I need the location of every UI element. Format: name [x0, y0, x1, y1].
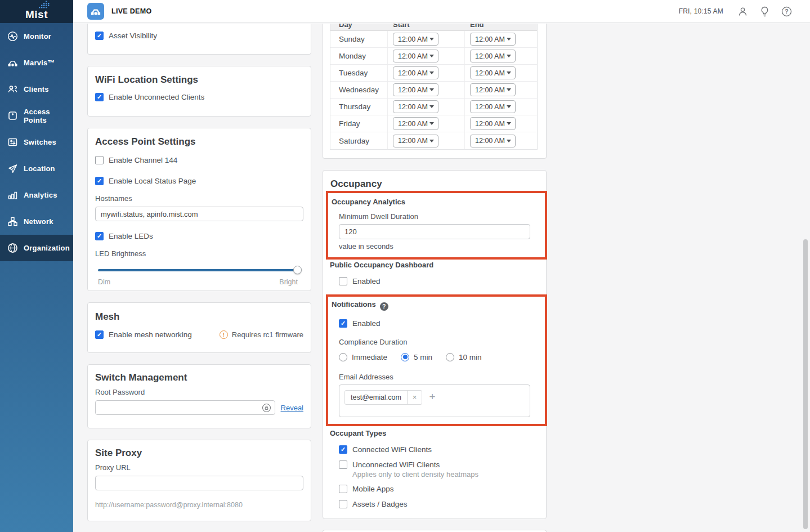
analytics-icon: [7, 190, 18, 200]
sidebar-item-clients[interactable]: Clients: [0, 76, 73, 102]
table-row-tuesday: Tuesday 12:00 AM 12:00 AM: [330, 65, 537, 82]
occupant-types-heading: Occupant Types: [330, 429, 546, 438]
radio-immediate[interactable]: Immediate: [339, 353, 387, 361]
email-addresses-box[interactable]: test@emial.com × +: [339, 385, 530, 417]
monitor-icon: [7, 31, 18, 42]
scrollbar[interactable]: [803, 239, 808, 529]
mobile-apps-checkbox[interactable]: [339, 485, 347, 493]
table-row-saturday: Saturday 12:00 AM 12:00 AM: [330, 132, 537, 149]
slider-handle[interactable]: [293, 266, 302, 274]
reveal-link[interactable]: Reveal: [281, 404, 303, 412]
notifications-enabled-checkbox[interactable]: [339, 319, 347, 328]
hostnames-input[interactable]: [95, 207, 303, 221]
email-chip: test@emial.com ×: [344, 390, 422, 405]
chevron-down-icon: [507, 105, 511, 108]
proxy-url-input[interactable]: [95, 476, 303, 490]
unconnected-wifi-checkbox[interactable]: [339, 461, 347, 469]
sidebar-item-location[interactable]: Location: [0, 155, 73, 182]
start-time-select[interactable]: 12:00 AM: [393, 83, 438, 96]
local-status-checkbox[interactable]: [95, 177, 104, 185]
connected-wifi-checkbox[interactable]: [339, 445, 347, 454]
occupant-type-mobile-row[interactable]: Mobile Apps: [339, 485, 546, 493]
lightbulb-icon[interactable]: [760, 6, 769, 17]
day-label: Wednesday: [330, 82, 388, 98]
occupant-type-unconnected-row[interactable]: Unconnected WiFi Clients: [339, 461, 546, 469]
unconnected-clients-checkbox-row[interactable]: Enable Unconnected Clients: [95, 93, 303, 101]
switch-mgmt-title: Switch Management: [95, 372, 303, 383]
remove-email-icon[interactable]: ×: [408, 393, 422, 401]
generate-password-icon[interactable]: [262, 403, 271, 415]
end-time-select[interactable]: 12:00 AM: [470, 50, 516, 62]
org-name[interactable]: LIVE DEMO: [111, 7, 151, 15]
start-time-select[interactable]: 12:00 AM: [393, 50, 438, 62]
channel144-checkbox[interactable]: [95, 156, 104, 164]
organization-icon: [7, 243, 18, 253]
start-time-select[interactable]: 12:00 AM: [393, 100, 438, 113]
end-time-select[interactable]: 12:00 AM: [470, 66, 516, 79]
chevron-down-icon: [507, 38, 511, 41]
user-icon[interactable]: [737, 6, 748, 17]
day-label: Sunday: [330, 31, 388, 47]
root-password-input[interactable]: [95, 400, 275, 415]
leds-checkbox[interactable]: [95, 232, 104, 240]
occupant-type-connected-row[interactable]: Connected WiFi Clients: [339, 445, 546, 454]
end-time-select[interactable]: 12:00 AM: [470, 135, 516, 147]
sidebar-item-network[interactable]: Network: [0, 208, 73, 235]
assets-badges-checkbox[interactable]: [339, 500, 347, 508]
radio-immediate-control[interactable]: [339, 353, 347, 361]
datetime: FRI, 10:15 AM: [679, 7, 723, 15]
panel-mesh: Mesh Enable mesh networking ! Requires r…: [87, 302, 311, 353]
radio-5min[interactable]: 5 min: [401, 353, 432, 361]
notifications-help-icon[interactable]: ?: [380, 302, 388, 311]
asset-visibility-checkbox-row[interactable]: Asset Visibility: [95, 32, 303, 40]
radio-10min[interactable]: 10 min: [446, 353, 482, 361]
radio-10min-control[interactable]: [446, 353, 454, 361]
sidebar-item-monitor[interactable]: Monitor: [0, 23, 73, 50]
asset-visibility-checkbox[interactable]: [95, 32, 104, 40]
leds-checkbox-row[interactable]: Enable LEDs: [95, 232, 303, 240]
end-time-select[interactable]: 12:00 AM: [470, 33, 516, 46]
mesh-warning: ! Requires rc1 firmware: [220, 330, 303, 339]
public-dashboard-enabled-checkbox[interactable]: [339, 277, 347, 285]
slider-track[interactable]: [98, 269, 298, 271]
dwell-duration-hint: value in seconds: [339, 242, 539, 251]
mesh-checkbox[interactable]: [95, 330, 104, 339]
public-dashboard-enabled-row[interactable]: Enabled: [339, 277, 546, 285]
sidebar-item-access-points[interactable]: Access Points: [0, 102, 73, 129]
topbar: LIVE DEMO FRI, 10:15 AM ?: [73, 0, 810, 23]
end-time-select[interactable]: 12:00 AM: [470, 117, 516, 130]
radio-5min-control[interactable]: [401, 353, 409, 361]
notifications-enabled-row[interactable]: Enabled: [339, 319, 539, 328]
dwell-duration-input[interactable]: [339, 224, 530, 239]
channel144-checkbox-row[interactable]: Enable Channel 144: [95, 156, 303, 164]
help-icon[interactable]: ?: [781, 6, 792, 17]
sidebar-item-analytics[interactable]: Analytics: [0, 182, 73, 208]
col-start: Start: [393, 24, 465, 31]
root-password-label: Root Password: [95, 388, 303, 396]
highlight-box-notifications: Notifications? Enabled Compliance Durati…: [326, 294, 547, 426]
sidebar-item-marvis[interactable]: Marvis™: [0, 50, 73, 76]
notifications-enabled-label: Enabled: [352, 319, 381, 328]
end-time-select[interactable]: 12:00 AM: [470, 100, 516, 113]
start-time-select[interactable]: 12:00 AM: [393, 117, 438, 130]
highlight-box-occupancy-analytics: Occupancy Analytics Minimum Dwell Durati…: [326, 191, 547, 260]
occupant-type-assets-row[interactable]: Assets / Badges: [339, 500, 546, 508]
unconnected-clients-checkbox[interactable]: [95, 93, 104, 101]
network-icon: [7, 216, 18, 227]
led-brightness-slider[interactable]: [98, 266, 298, 274]
sidebar-item-organization[interactable]: Organization: [0, 235, 73, 261]
start-time-select[interactable]: 12:00 AM: [393, 135, 438, 147]
start-time-select[interactable]: 12:00 AM: [393, 33, 438, 46]
compliance-duration-label: Compliance Duration: [339, 338, 539, 346]
local-status-checkbox-row[interactable]: Enable Local Status Page: [95, 177, 303, 185]
schedule-header-row: Day Start End: [330, 24, 537, 31]
hostnames-label: Hostnames: [95, 194, 303, 203]
sidebar-item-switches[interactable]: Switches: [0, 129, 73, 155]
switches-icon: [7, 137, 18, 147]
org-icon[interactable]: [87, 3, 104, 20]
add-email-icon[interactable]: +: [429, 390, 435, 404]
mesh-checkbox-row[interactable]: Enable mesh networking: [95, 330, 192, 339]
start-time-select[interactable]: 12:00 AM: [393, 66, 438, 79]
panel-occupancy: Occupancy Occupancy Analytics Minimum Dw…: [323, 170, 547, 519]
end-time-select[interactable]: 12:00 AM: [470, 83, 516, 96]
